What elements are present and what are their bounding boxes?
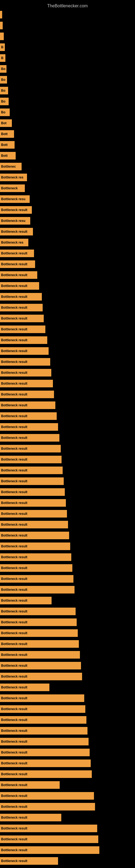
bar-27: Bottleneck result xyxy=(0,304,43,311)
bar-row-39: Bottleneck result xyxy=(0,434,59,442)
bar-row-2 xyxy=(0,33,4,40)
bar-row-67: Bottleneck result xyxy=(0,738,89,745)
bar-row-35: Bottleneck result xyxy=(0,391,54,398)
bar-label-15: Bottleneck res xyxy=(1,176,24,179)
bar-row-64: Bottleneck result xyxy=(0,705,85,713)
bar-row-72: Bottleneck result xyxy=(0,792,94,800)
bar-label-8: Bo xyxy=(1,99,5,103)
bar-label-28: Bottleneck result xyxy=(1,316,27,320)
bar-row-15: Bottleneck res xyxy=(0,174,27,181)
bar-row-41: Bottleneck result xyxy=(0,456,61,463)
bar-label-36: Bottleneck result xyxy=(1,403,27,407)
bar-row-60: Bottleneck result xyxy=(0,662,81,670)
bar-44: Bottleneck result xyxy=(0,488,65,496)
bar-row-58: Bottleneck result xyxy=(0,640,79,648)
bar-13: Bott xyxy=(0,152,16,159)
bar-row-37: Bottleneck result xyxy=(0,412,57,420)
bar-row-57: Bottleneck result xyxy=(0,629,78,637)
bar-14: Bottlenec xyxy=(0,163,21,170)
bar-label-51: Bottleneck result xyxy=(1,566,27,570)
bar-11: Bott xyxy=(0,130,14,138)
bar-row-27: Bottleneck result xyxy=(0,304,43,311)
bar-20: Bottleneck result xyxy=(0,228,33,236)
bar-label-67: Bottleneck result xyxy=(1,740,27,744)
bar-row-1 xyxy=(0,22,3,29)
bar-row-8: Bo xyxy=(0,98,9,105)
bar-59: Bottleneck result xyxy=(0,651,80,659)
bar-29: Bottleneck result xyxy=(0,326,45,333)
bar-label-71: Bottleneck result xyxy=(1,783,27,787)
bar-row-18: Bottleneck result xyxy=(0,206,32,214)
bar-57: Bottleneck result xyxy=(0,629,78,637)
bar-label-9: Bo xyxy=(1,111,5,114)
bar-73: Bottleneck result xyxy=(0,803,95,810)
bar-label-27: Bottleneck result xyxy=(1,306,27,310)
bar-row-11: Bott xyxy=(0,130,14,138)
bar-row-30: Bottleneck result xyxy=(0,336,47,344)
bar-68: Bottleneck result xyxy=(0,749,90,756)
bar-label-34: Bottleneck result xyxy=(1,382,27,385)
bar-47: Bottleneck result xyxy=(0,521,68,528)
bar-40: Bottleneck result xyxy=(0,445,61,453)
bar-row-31: Bottleneck result xyxy=(0,347,49,355)
bar-row-43: Bottleneck result xyxy=(0,477,64,485)
bar-label-46: Bottleneck result xyxy=(1,512,27,516)
bar-label-12: Bott xyxy=(1,143,8,147)
bar-19: Bottleneck resu xyxy=(0,217,30,225)
bar-label-48: Bottleneck result xyxy=(1,533,27,537)
bar-row-21: Bottleneck res xyxy=(0,239,28,246)
bar-row-66: Bottleneck result xyxy=(0,727,87,735)
bar-row-29: Bottleneck result xyxy=(0,326,45,333)
bar-4: B xyxy=(0,54,5,62)
bar-row-73: Bottleneck result xyxy=(0,803,95,810)
bar-row-68: Bottleneck result xyxy=(0,749,90,756)
bar-row-49: Bottleneck result xyxy=(0,542,70,550)
bar-label-72: Bottleneck result xyxy=(1,794,27,798)
bar-row-77: Bottleneck result xyxy=(0,846,99,854)
bar-label-50: Bottleneck result xyxy=(1,555,27,559)
bar-label-62: Bottleneck result xyxy=(1,685,27,689)
bar-label-3: B xyxy=(1,45,3,49)
bar-row-32: Bottleneck result xyxy=(0,358,50,366)
bar-28: Bottleneck result xyxy=(0,315,44,322)
bar-row-23: Bottleneck result xyxy=(0,260,35,268)
bar-6: Bo xyxy=(0,76,7,84)
bar-23: Bottleneck result xyxy=(0,260,35,268)
bar-row-65: Bottleneck result xyxy=(0,716,86,724)
bar-33: Bottleneck result xyxy=(0,369,51,376)
bar-49: Bottleneck result xyxy=(0,542,70,550)
bar-label-29: Bottleneck result xyxy=(1,328,27,331)
bar-row-0 xyxy=(0,11,2,19)
bar-label-31: Bottleneck result xyxy=(1,349,27,353)
bar-67: Bottleneck result xyxy=(0,738,89,745)
bar-row-16: Bottleneck xyxy=(0,184,25,192)
bar-row-42: Bottleneck result xyxy=(0,467,63,474)
bar-row-47: Bottleneck result xyxy=(0,521,68,528)
bar-8: Bo xyxy=(0,98,9,105)
bar-label-54: Bottleneck result xyxy=(1,599,27,602)
bar-12: Bott xyxy=(0,141,14,149)
bar-36: Bottleneck result xyxy=(0,401,55,409)
bar-row-59: Bottleneck result xyxy=(0,651,80,659)
bar-row-70: Bottleneck result xyxy=(0,770,92,778)
bar-label-75: Bottleneck result xyxy=(1,827,27,830)
bar-label-32: Bottleneck result xyxy=(1,360,27,364)
bar-72: Bottleneck result xyxy=(0,792,94,800)
bar-label-4: B xyxy=(1,56,3,60)
bar-24: Bottleneck result xyxy=(0,271,37,279)
bar-62: Bottleneck result xyxy=(0,684,49,691)
bar-label-10: Bot xyxy=(1,121,6,125)
bar-78: Bottleneck result xyxy=(0,857,58,865)
bar-label-25: Bottleneck result xyxy=(1,284,27,288)
bar-row-71: Bottleneck result xyxy=(0,781,60,789)
bar-row-14: Bottlenec xyxy=(0,163,21,170)
bar-row-78: Bottleneck result xyxy=(0,857,58,865)
bar-label-44: Bottleneck result xyxy=(1,490,27,494)
bar-42: Bottleneck result xyxy=(0,467,63,474)
bar-label-74: Bottleneck result xyxy=(1,816,27,819)
bar-55: Bottleneck result xyxy=(0,608,76,615)
bar-0 xyxy=(0,11,2,19)
bar-label-58: Bottleneck result xyxy=(1,642,27,646)
bar-60: Bottleneck result xyxy=(0,662,81,670)
bar-53: Bottleneck result xyxy=(0,586,75,593)
